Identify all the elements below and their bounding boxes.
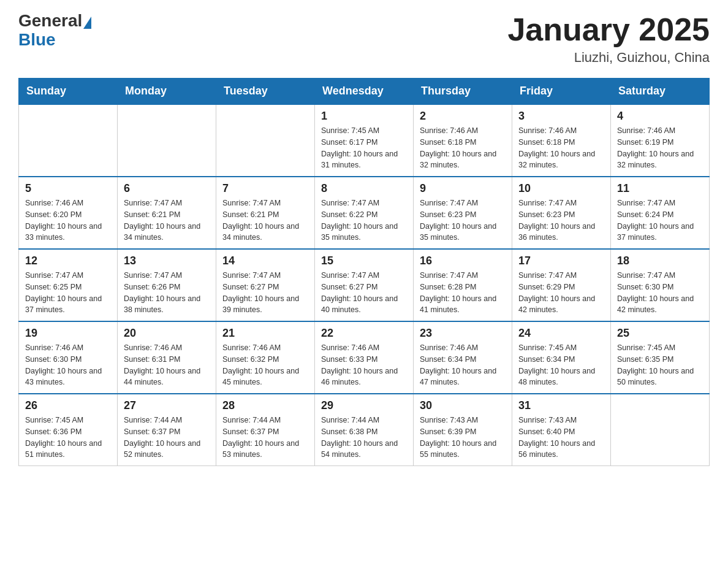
day-info: Sunrise: 7:47 AM Sunset: 6:21 PM Dayligh… bbox=[222, 197, 308, 243]
day-info: Sunrise: 7:46 AM Sunset: 6:18 PM Dayligh… bbox=[518, 125, 604, 171]
day-header-friday: Friday bbox=[512, 79, 611, 105]
day-number: 20 bbox=[124, 327, 210, 340]
calendar-cell bbox=[118, 104, 216, 177]
calendar-cell: 13Sunrise: 7:47 AM Sunset: 6:26 PM Dayli… bbox=[118, 249, 216, 321]
day-number: 24 bbox=[518, 327, 604, 340]
day-info: Sunrise: 7:47 AM Sunset: 6:26 PM Dayligh… bbox=[124, 270, 210, 316]
calendar-week-1: 1Sunrise: 7:45 AM Sunset: 6:17 PM Daylig… bbox=[19, 104, 710, 177]
day-number: 27 bbox=[124, 399, 210, 412]
day-info: Sunrise: 7:46 AM Sunset: 6:33 PM Dayligh… bbox=[321, 342, 407, 388]
calendar-week-4: 19Sunrise: 7:46 AM Sunset: 6:30 PM Dayli… bbox=[19, 321, 710, 394]
calendar-cell bbox=[216, 104, 315, 177]
day-number: 18 bbox=[617, 255, 703, 267]
day-info: Sunrise: 7:43 AM Sunset: 6:39 PM Dayligh… bbox=[420, 415, 506, 461]
day-header-sunday: Sunday bbox=[19, 79, 118, 105]
day-number: 29 bbox=[321, 399, 407, 412]
day-info: Sunrise: 7:46 AM Sunset: 6:31 PM Dayligh… bbox=[124, 342, 210, 388]
calendar-cell: 26Sunrise: 7:45 AM Sunset: 6:36 PM Dayli… bbox=[19, 394, 118, 466]
day-info: Sunrise: 7:46 AM Sunset: 6:32 PM Dayligh… bbox=[222, 342, 308, 388]
day-number: 14 bbox=[222, 255, 308, 267]
calendar-cell: 11Sunrise: 7:47 AM Sunset: 6:24 PM Dayli… bbox=[611, 177, 710, 249]
calendar-subtitle: Liuzhi, Guizhou, China bbox=[507, 50, 710, 66]
day-header-tuesday: Tuesday bbox=[216, 79, 315, 105]
calendar-cell: 19Sunrise: 7:46 AM Sunset: 6:30 PM Dayli… bbox=[19, 321, 118, 394]
day-info: Sunrise: 7:46 AM Sunset: 6:18 PM Dayligh… bbox=[420, 125, 506, 171]
day-info: Sunrise: 7:47 AM Sunset: 6:27 PM Dayligh… bbox=[321, 270, 407, 316]
calendar-week-2: 5Sunrise: 7:46 AM Sunset: 6:20 PM Daylig… bbox=[19, 177, 710, 249]
day-header-thursday: Thursday bbox=[414, 79, 512, 105]
calendar-table: SundayMondayTuesdayWednesdayThursdayFrid… bbox=[18, 78, 710, 466]
calendar-cell: 7Sunrise: 7:47 AM Sunset: 6:21 PM Daylig… bbox=[216, 177, 315, 249]
calendar-cell: 3Sunrise: 7:46 AM Sunset: 6:18 PM Daylig… bbox=[512, 104, 611, 177]
calendar-cell: 30Sunrise: 7:43 AM Sunset: 6:39 PM Dayli… bbox=[414, 394, 512, 466]
day-number: 19 bbox=[25, 327, 111, 340]
day-info: Sunrise: 7:47 AM Sunset: 6:25 PM Dayligh… bbox=[25, 270, 111, 316]
calendar-cell: 20Sunrise: 7:46 AM Sunset: 6:31 PM Dayli… bbox=[118, 321, 216, 394]
day-info: Sunrise: 7:45 AM Sunset: 6:17 PM Dayligh… bbox=[321, 125, 407, 171]
day-info: Sunrise: 7:45 AM Sunset: 6:35 PM Dayligh… bbox=[617, 342, 703, 388]
calendar-cell: 16Sunrise: 7:47 AM Sunset: 6:28 PM Dayli… bbox=[414, 249, 512, 321]
calendar-week-5: 26Sunrise: 7:45 AM Sunset: 6:36 PM Dayli… bbox=[19, 394, 710, 466]
day-number: 21 bbox=[222, 327, 308, 340]
day-number: 28 bbox=[222, 399, 308, 412]
calendar-cell: 6Sunrise: 7:47 AM Sunset: 6:21 PM Daylig… bbox=[118, 177, 216, 249]
calendar-cell: 25Sunrise: 7:45 AM Sunset: 6:35 PM Dayli… bbox=[611, 321, 710, 394]
day-info: Sunrise: 7:44 AM Sunset: 6:38 PM Dayligh… bbox=[321, 415, 407, 461]
calendar-cell: 2Sunrise: 7:46 AM Sunset: 6:18 PM Daylig… bbox=[414, 104, 512, 177]
day-number: 26 bbox=[25, 399, 111, 412]
day-info: Sunrise: 7:47 AM Sunset: 6:29 PM Dayligh… bbox=[518, 270, 604, 316]
day-info: Sunrise: 7:44 AM Sunset: 6:37 PM Dayligh… bbox=[222, 415, 308, 461]
logo: General Blue bbox=[18, 12, 91, 48]
page-header: General Blue January 2025 Liuzhi, Guizho… bbox=[18, 12, 710, 66]
day-info: Sunrise: 7:45 AM Sunset: 6:34 PM Dayligh… bbox=[518, 342, 604, 388]
calendar-cell: 4Sunrise: 7:46 AM Sunset: 6:19 PM Daylig… bbox=[611, 104, 710, 177]
logo-general-text: General bbox=[18, 11, 82, 30]
calendar-cell: 12Sunrise: 7:47 AM Sunset: 6:25 PM Dayli… bbox=[19, 249, 118, 321]
day-info: Sunrise: 7:47 AM Sunset: 6:22 PM Dayligh… bbox=[321, 197, 407, 243]
day-number: 6 bbox=[124, 182, 210, 195]
calendar-cell: 10Sunrise: 7:47 AM Sunset: 6:23 PM Dayli… bbox=[512, 177, 611, 249]
day-number: 5 bbox=[25, 182, 111, 195]
calendar-body: 1Sunrise: 7:45 AM Sunset: 6:17 PM Daylig… bbox=[19, 104, 710, 466]
calendar-cell: 5Sunrise: 7:46 AM Sunset: 6:20 PM Daylig… bbox=[19, 177, 118, 249]
logo-blue-text: Blue bbox=[18, 30, 56, 49]
day-number: 16 bbox=[420, 255, 506, 267]
day-info: Sunrise: 7:43 AM Sunset: 6:40 PM Dayligh… bbox=[518, 415, 604, 461]
day-info: Sunrise: 7:46 AM Sunset: 6:19 PM Dayligh… bbox=[617, 125, 703, 171]
calendar-title: January 2025 bbox=[507, 12, 710, 47]
calendar-cell: 29Sunrise: 7:44 AM Sunset: 6:38 PM Dayli… bbox=[315, 394, 414, 466]
calendar-cell: 22Sunrise: 7:46 AM Sunset: 6:33 PM Dayli… bbox=[315, 321, 414, 394]
calendar-cell bbox=[611, 394, 710, 466]
calendar-cell: 27Sunrise: 7:44 AM Sunset: 6:37 PM Dayli… bbox=[118, 394, 216, 466]
day-number: 31 bbox=[518, 399, 604, 412]
calendar-cell: 21Sunrise: 7:46 AM Sunset: 6:32 PM Dayli… bbox=[216, 321, 315, 394]
day-number: 1 bbox=[321, 110, 407, 123]
calendar-cell: 17Sunrise: 7:47 AM Sunset: 6:29 PM Dayli… bbox=[512, 249, 611, 321]
day-info: Sunrise: 7:45 AM Sunset: 6:36 PM Dayligh… bbox=[25, 415, 111, 461]
calendar-cell: 23Sunrise: 7:46 AM Sunset: 6:34 PM Dayli… bbox=[414, 321, 512, 394]
day-number: 13 bbox=[124, 255, 210, 267]
day-info: Sunrise: 7:46 AM Sunset: 6:34 PM Dayligh… bbox=[420, 342, 506, 388]
day-header-monday: Monday bbox=[118, 79, 216, 105]
title-block: January 2025 Liuzhi, Guizhou, China bbox=[507, 12, 710, 66]
logo-triangle-icon bbox=[83, 17, 91, 29]
day-number: 12 bbox=[25, 255, 111, 267]
day-info: Sunrise: 7:47 AM Sunset: 6:23 PM Dayligh… bbox=[420, 197, 506, 243]
calendar-cell: 18Sunrise: 7:47 AM Sunset: 6:30 PM Dayli… bbox=[611, 249, 710, 321]
calendar-week-3: 12Sunrise: 7:47 AM Sunset: 6:25 PM Dayli… bbox=[19, 249, 710, 321]
day-number: 2 bbox=[420, 110, 506, 123]
day-number: 11 bbox=[617, 182, 703, 195]
day-number: 4 bbox=[617, 110, 703, 123]
calendar-cell: 9Sunrise: 7:47 AM Sunset: 6:23 PM Daylig… bbox=[414, 177, 512, 249]
calendar-header: SundayMondayTuesdayWednesdayThursdayFrid… bbox=[19, 79, 710, 105]
day-number: 30 bbox=[420, 399, 506, 412]
day-info: Sunrise: 7:44 AM Sunset: 6:37 PM Dayligh… bbox=[124, 415, 210, 461]
calendar-cell: 14Sunrise: 7:47 AM Sunset: 6:27 PM Dayli… bbox=[216, 249, 315, 321]
calendar-cell: 28Sunrise: 7:44 AM Sunset: 6:37 PM Dayli… bbox=[216, 394, 315, 466]
day-info: Sunrise: 7:46 AM Sunset: 6:30 PM Dayligh… bbox=[25, 342, 111, 388]
day-number: 22 bbox=[321, 327, 407, 340]
calendar-cell: 8Sunrise: 7:47 AM Sunset: 6:22 PM Daylig… bbox=[315, 177, 414, 249]
calendar-cell bbox=[19, 104, 118, 177]
day-info: Sunrise: 7:47 AM Sunset: 6:24 PM Dayligh… bbox=[617, 197, 703, 243]
day-number: 15 bbox=[321, 255, 407, 267]
